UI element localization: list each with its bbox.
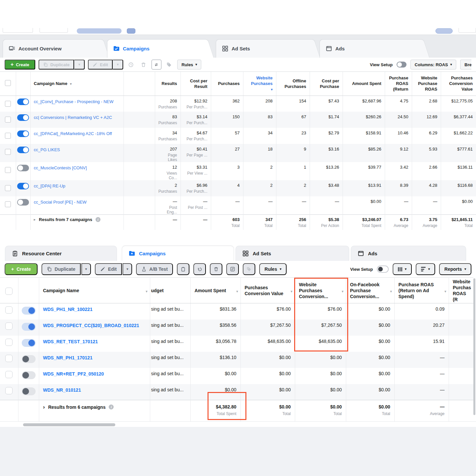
columns-button[interactable]: Columns: ROAS▾	[410, 60, 456, 70]
campaign-name-link[interactable]: cc_Social Proof [PE] - NEW	[34, 200, 87, 205]
campaign-status-toggle[interactable]	[22, 355, 36, 363]
row-checkbox[interactable]	[5, 355, 13, 362]
row-checkbox[interactable]	[5, 201, 11, 207]
col-cost-per-result-header[interactable]: Cost per Result	[181, 72, 211, 96]
campaign-name-link[interactable]: cc_[DPA] RE-Up	[34, 183, 66, 188]
select-all-checkbox[interactable]	[5, 288, 13, 295]
tab-campaigns[interactable]: Campaigns	[107, 39, 206, 58]
view-setup-toggle[interactable]	[377, 266, 389, 273]
scrollbar-thumb[interactable]	[23, 423, 115, 426]
horizontal-scrollbar[interactable]	[0, 421, 476, 428]
create-button[interactable]: +Create	[5, 263, 38, 275]
col-campaign-name-header[interactable]: Campaign Name▾	[39, 278, 150, 303]
campaign-name-link[interactable]: cc_MuscleContests [CONV]	[34, 165, 87, 170]
edit-dropdown-button[interactable]: ▾	[113, 60, 123, 70]
row-checkbox[interactable]	[5, 149, 11, 155]
campaign-name-link[interactable]: WDS_RET_TEST_170121	[43, 339, 98, 344]
tab-ad-sets[interactable]: Ad Sets	[236, 246, 349, 261]
col-amount-spent-header[interactable]: Amount Spent	[343, 72, 385, 96]
row-checkbox[interactable]	[5, 167, 11, 173]
duplicate-button[interactable]: Duplicate	[42, 263, 81, 275]
duplicate-button[interactable]: Duplicate	[39, 60, 74, 70]
campaign-name-link[interactable]: WDS_PROSPECT_CC($20)_BROAD_010221	[43, 323, 139, 328]
campaign-status-toggle[interactable]	[17, 199, 29, 206]
col-results-header[interactable]: Results	[155, 72, 181, 96]
breakdown-button[interactable]: ▾	[416, 263, 435, 275]
tab-ad-sets[interactable]: Ad Sets	[216, 39, 312, 58]
col-purchases-conversion-value-header[interactable]: Purchases Conversion Value	[441, 72, 476, 96]
rules-button[interactable]: Rules▾	[259, 263, 287, 275]
tag-button[interactable]	[165, 60, 174, 69]
duplicate-dropdown-button[interactable]: ▾	[74, 60, 85, 70]
breakdown-button[interactable]: Bre	[460, 60, 471, 70]
edit-button[interactable]: Edit	[88, 60, 113, 70]
col-on-facebook-purchase-conversion-header[interactable]: On-Facebook Purchase Conversion...▾	[346, 278, 394, 303]
campaign-name-link[interactable]: WDS_NR_010121	[43, 387, 81, 393]
campaign-status-toggle[interactable]	[22, 387, 36, 395]
expand-chevron-icon[interactable]: ›	[43, 404, 45, 410]
campaign-name-link[interactable]: cc_[DPACat]_ReMarketing A2C -18% Off	[34, 131, 112, 136]
col-website-purchase-roas-header[interactable]: Website Purchase ROAS	[412, 72, 441, 96]
col-website-purchase-roas-header[interactable]: Website Purchas ROAS (R	[449, 278, 473, 303]
campaign-name-link[interactable]: cc_[Conv]_Purchase - Prospecting - NEW	[34, 99, 114, 104]
col-cost-per-purchase-header[interactable]: Cost per Purchase	[310, 72, 343, 96]
info-icon[interactable]: i	[96, 217, 100, 222]
create-button[interactable]: +Create	[5, 60, 35, 70]
info-icon[interactable]: i	[109, 405, 114, 409]
col-website-purchases-conversion-header[interactable]: Website Purchases Conversion...▾	[295, 278, 346, 303]
columns-button[interactable]: ▾	[393, 263, 412, 275]
col-purchase-roas-header[interactable]: Purchase ROAS (Return on Ad Spend)▾	[394, 278, 449, 303]
row-checkbox[interactable]	[5, 306, 13, 314]
campaign-name-link[interactable]: WDS_NR+RET_PF2_050120	[43, 371, 104, 377]
export-button[interactable]	[226, 263, 239, 275]
vertical-scrollbar[interactable]	[473, 278, 475, 415]
delete-button[interactable]	[139, 60, 148, 69]
row-checkbox[interactable]	[5, 117, 11, 123]
tab-resource-center[interactable]: Resource Center	[5, 246, 117, 261]
campaign-status-toggle[interactable]	[17, 147, 29, 153]
col-budget-header[interactable]: udget	[150, 278, 190, 303]
campaign-status-toggle[interactable]	[22, 371, 36, 379]
tab-ads[interactable]: Ads	[320, 39, 422, 58]
reports-button[interactable]: Reports▾	[439, 263, 471, 275]
view-setup-toggle[interactable]	[397, 62, 406, 68]
campaign-status-toggle[interactable]	[22, 323, 36, 331]
campaign-status-toggle[interactable]	[17, 183, 29, 189]
row-checkbox[interactable]	[5, 322, 13, 330]
edit-dropdown-button[interactable]: ▾	[123, 263, 132, 275]
ab-test-button[interactable]: A/B Test	[136, 263, 173, 275]
campaign-status-toggle[interactable]	[17, 98, 29, 105]
col-offline-purchases-header[interactable]: Offline Purchases	[276, 72, 310, 96]
row-checkbox[interactable]	[5, 371, 13, 378]
delete-button[interactable]	[210, 263, 222, 275]
expand-chevron-icon[interactable]: ▸	[34, 217, 36, 222]
tab-campaigns[interactable]: Campaigns	[122, 246, 234, 261]
rules-button[interactable]: Rules▾	[177, 60, 201, 70]
export-button[interactable]	[152, 60, 161, 70]
campaign-status-toggle[interactable]	[22, 307, 36, 315]
duplicate-dropdown-button[interactable]: ▾	[81, 263, 91, 275]
row-checkbox[interactable]	[5, 133, 11, 139]
col-campaign-name-header[interactable]: Campaign Name▾	[30, 72, 124, 96]
select-all-checkbox[interactable]	[5, 80, 11, 86]
col-purchases-header[interactable]: Purchases	[211, 72, 243, 96]
row-checkbox[interactable]	[5, 387, 13, 394]
campaign-name-link[interactable]: WDS_NR_PH1_170121	[43, 355, 93, 360]
tab-ads[interactable]: Ads	[351, 246, 466, 261]
campaign-status-toggle[interactable]	[22, 339, 36, 347]
edit-button[interactable]: Edit	[95, 263, 122, 275]
campaign-status-toggle[interactable]	[17, 114, 29, 121]
copy-id-button[interactable]	[177, 263, 189, 275]
row-checkbox[interactable]	[5, 185, 11, 191]
campaign-status-toggle[interactable]	[17, 165, 29, 171]
undo-button[interactable]	[193, 263, 206, 275]
campaign-name-link[interactable]: WDS_PH1_NR_100221	[43, 307, 93, 312]
history-button[interactable]	[126, 60, 136, 69]
tab-account-overview[interactable]: Account Overview	[3, 39, 101, 58]
campaign-status-toggle[interactable]	[17, 130, 29, 137]
campaign-name-link[interactable]: cc| Conversions | Remarketing VC + A2C	[34, 115, 112, 120]
col-website-purchases-header[interactable]: Website Purchases ▾	[243, 72, 276, 96]
tag-button[interactable]	[243, 263, 255, 275]
row-checkbox[interactable]	[5, 339, 13, 346]
col-amount-spent-header[interactable]: Amount Spent▾	[190, 278, 240, 303]
